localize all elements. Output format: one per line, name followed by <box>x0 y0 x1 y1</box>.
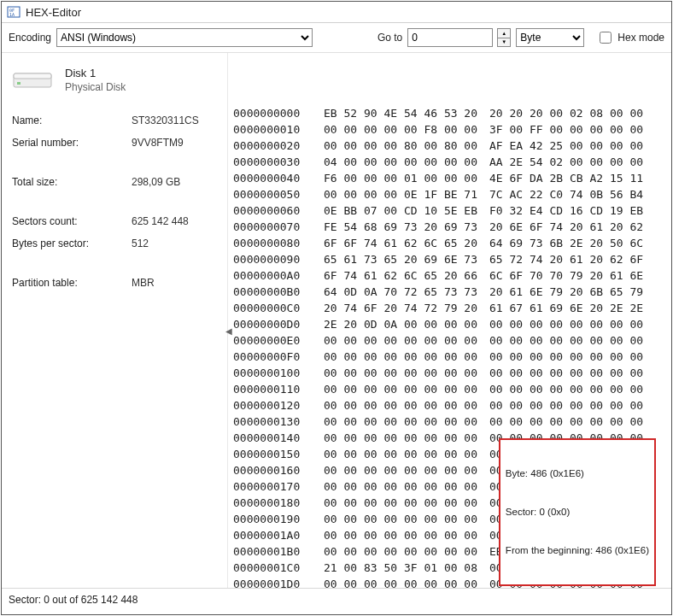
hex-offset: 0000000030 <box>233 154 312 170</box>
hex-offset: 00000000E0 <box>233 332 312 349</box>
goto-input[interactable] <box>407 28 493 47</box>
hex-bytes-right[interactable]: AA 2E 54 02 00 00 00 00 <box>489 154 643 170</box>
hex-bytes-left[interactable]: 00 00 00 00 00 00 00 00 <box>324 365 477 381</box>
hexmode-label: Hex mode <box>617 32 664 44</box>
hexmode-toggle[interactable]: Hex mode <box>596 29 664 46</box>
hex-bytes-right[interactable]: 20 6E 6F 74 20 61 20 62 <box>489 219 643 235</box>
goto-spinner[interactable]: ▲ ▼ <box>497 28 511 47</box>
encoding-select[interactable]: ANSI (Windows) <box>56 28 313 47</box>
hex-bytes-right[interactable]: 20 61 6E 79 20 6B 65 79 <box>489 284 643 300</box>
hex-bytes-right[interactable]: 7C AC 22 C0 74 0B 56 B4 <box>489 186 643 202</box>
hex-row[interactable]: 0000000000EB 52 90 4E 54 46 53 2020 20 2… <box>233 105 666 121</box>
goto-step-up[interactable]: ▲ <box>498 29 510 38</box>
hex-offset: 0000000100 <box>233 365 312 381</box>
hex-bytes-left[interactable]: 00 00 00 00 0E 1F BE 71 <box>324 186 477 202</box>
hex-row[interactable]: 00000000D02E 20 0D 0A 00 00 00 0000 00 0… <box>233 316 666 332</box>
goto-unit-select[interactable]: Byte <box>516 28 584 47</box>
hex-bytes-right[interactable]: 20 20 20 00 02 08 00 00 <box>489 105 643 121</box>
hex-row[interactable]: 000000009065 61 73 65 20 69 6E 7365 72 7… <box>233 251 666 267</box>
window-title: HEX-Editor <box>26 6 81 19</box>
hex-bytes-right[interactable]: 00 00 00 00 00 00 00 00 <box>489 414 643 430</box>
hex-bytes-left[interactable]: 00 00 00 00 00 00 00 00 <box>324 381 477 397</box>
hex-bytes-left[interactable]: 00 00 00 00 00 00 00 00 <box>324 478 477 495</box>
hex-row[interactable]: 00000000806F 6F 74 61 62 6C 65 2064 69 7… <box>233 235 666 251</box>
hex-bytes-left[interactable]: 00 00 00 00 00 00 00 00 <box>324 397 477 414</box>
hex-bytes-right[interactable]: 00 00 00 00 00 00 00 00 <box>489 349 643 365</box>
hex-bytes-left[interactable]: 00 00 00 00 00 00 00 00 <box>324 543 477 560</box>
hex-bytes-left[interactable]: 64 0D 0A 70 72 65 73 73 <box>324 284 477 300</box>
hex-offset: 0000000010 <box>233 121 312 138</box>
kv-name: Name: ST3320311CS <box>9 110 220 131</box>
hex-row[interactable]: 000000002000 00 00 00 80 00 80 00AF EA 4… <box>233 138 666 154</box>
hex-row[interactable]: 0000000070FE 54 68 69 73 20 69 7320 6E 6… <box>233 219 666 235</box>
goto-step-down[interactable]: ▼ <box>498 38 510 47</box>
hex-bytes-left[interactable]: EB 52 90 4E 54 46 53 20 <box>324 105 477 121</box>
hex-bytes-left[interactable]: 65 61 73 65 20 69 6E 73 <box>324 251 477 267</box>
hex-bytes-left[interactable]: 00 00 00 00 00 00 00 00 <box>324 430 477 446</box>
hex-bytes-left[interactable]: 6F 6F 74 61 62 6C 65 20 <box>324 235 477 251</box>
hex-offset: 0000000070 <box>233 219 312 235</box>
hex-bytes-left[interactable]: 04 00 00 00 00 00 00 00 <box>324 154 477 170</box>
hex-bytes-right[interactable]: 3F 00 FF 00 00 00 00 00 <box>489 121 643 138</box>
hex-bytes-left[interactable]: 6F 74 61 62 6C 65 20 66 <box>324 267 477 284</box>
hex-bytes-right[interactable]: 00 00 00 00 00 00 00 00 <box>489 397 643 414</box>
hex-row[interactable]: 000000013000 00 00 00 00 00 00 0000 00 0… <box>233 414 666 430</box>
hexmode-checkbox[interactable] <box>600 32 612 44</box>
body: Disk 1 Physical Disk Name: ST3320311CS S… <box>2 53 671 588</box>
hex-row[interactable]: 00000000C020 74 6F 20 74 72 79 2061 67 6… <box>233 300 666 316</box>
hex-bytes-left[interactable]: 00 00 00 00 00 00 00 00 <box>324 446 477 462</box>
svg-rect-4 <box>14 73 51 79</box>
hex-row[interactable]: 000000011000 00 00 00 00 00 00 0000 00 0… <box>233 381 666 397</box>
status-sector: Sector: 0 out of 625 142 448 <box>9 594 138 606</box>
hex-offset: 0000000180 <box>233 495 312 511</box>
hex-bytes-right[interactable]: 65 72 74 20 61 20 62 6F <box>489 251 643 267</box>
hex-bytes-left[interactable]: 00 00 00 00 00 00 00 00 <box>324 495 477 511</box>
hex-bytes-left[interactable]: FE 54 68 69 73 20 69 73 <box>324 219 477 235</box>
hex-bytes-right[interactable]: 00 00 00 00 00 00 00 00 <box>489 365 643 381</box>
hex-bytes-left[interactable]: 0E BB 07 00 CD 10 5E EB <box>324 202 477 219</box>
hex-row[interactable]: 000000003004 00 00 00 00 00 00 00AA 2E 5… <box>233 154 666 170</box>
hex-bytes-left[interactable]: 21 00 83 50 3F 01 00 08 <box>324 560 477 576</box>
hex-row[interactable]: 000000005000 00 00 00 0E 1F BE 717C AC 2… <box>233 186 666 202</box>
hex-row[interactable]: 000000010000 00 00 00 00 00 00 0000 00 0… <box>233 365 666 381</box>
hex-row[interactable]: 0000000040F6 00 00 00 01 00 00 004E 6F D… <box>233 170 666 186</box>
hex-bytes-right[interactable]: 6C 6F 70 70 79 20 61 6E <box>489 267 643 284</box>
hex-pane[interactable]: 0000000000EB 52 90 4E 54 46 53 2020 20 2… <box>228 53 671 588</box>
hex-offset: 0000000150 <box>233 446 312 462</box>
hex-bytes-left[interactable]: 00 00 00 00 00 00 00 00 <box>324 462 477 478</box>
hex-bytes-left[interactable]: 00 00 00 00 00 00 00 00 <box>324 332 477 349</box>
hex-row[interactable]: 00000000E000 00 00 00 00 00 00 0000 00 0… <box>233 332 666 349</box>
hex-row[interactable]: 000000001000 00 00 00 00 F8 00 003F 00 F… <box>233 121 666 138</box>
hex-bytes-right[interactable]: 00 00 00 00 00 00 00 00 <box>489 381 643 397</box>
hex-bytes-left[interactable]: 00 00 00 00 00 00 00 00 <box>324 527 477 543</box>
hex-offset: 0000000020 <box>233 138 312 154</box>
hex-bytes-left[interactable]: 00 00 00 00 00 00 00 00 <box>324 414 477 430</box>
hex-bytes-right[interactable]: 00 00 00 00 00 00 00 00 <box>489 316 643 332</box>
hex-offset: 0000000090 <box>233 251 312 267</box>
hex-bytes-left[interactable]: 00 00 00 00 80 00 80 00 <box>324 138 477 154</box>
hex-bytes-left[interactable]: F6 00 00 00 01 00 00 00 <box>324 170 477 186</box>
hex-row[interactable]: 00000000A06F 74 61 62 6C 65 20 666C 6F 7… <box>233 267 666 284</box>
hex-bytes-left[interactable]: 20 74 6F 20 74 72 79 20 <box>324 300 477 316</box>
hex-row[interactable]: 000000012000 00 00 00 00 00 00 0000 00 0… <box>233 397 666 414</box>
goto-label: Go to <box>377 32 402 44</box>
hex-bytes-right[interactable]: F0 32 E4 CD 16 CD 19 EB <box>489 202 643 219</box>
hex-offset: 00000000F0 <box>233 349 312 365</box>
hex-bytes-left[interactable]: 00 00 00 00 00 00 00 00 <box>324 511 477 527</box>
hex-row[interactable]: 00000000F000 00 00 00 00 00 00 0000 00 0… <box>233 349 666 365</box>
hex-bytes-left[interactable]: 00 00 00 00 00 F8 00 00 <box>324 121 477 138</box>
hex-row[interactable]: 00000000B064 0D 0A 70 72 65 73 7320 61 6… <box>233 284 666 300</box>
hex-bytes-left[interactable]: 00 00 00 00 00 00 00 00 <box>324 349 477 365</box>
hex-offset: 00000000A0 <box>233 267 312 284</box>
hex-bytes-right[interactable]: 4E 6F DA 2B CB A2 15 11 <box>489 170 643 186</box>
hex-offset: 00000000C0 <box>233 300 312 316</box>
hex-bytes-right[interactable]: 00 00 00 00 00 00 00 00 <box>489 332 643 349</box>
hex-bytes-right[interactable]: 61 67 61 69 6E 20 2E 2E <box>489 300 643 316</box>
hex-bytes-right[interactable]: AF EA 42 25 00 00 00 00 <box>489 138 643 154</box>
encoding-label: Encoding <box>9 32 51 44</box>
hex-bytes-right[interactable]: 64 69 73 6B 2E 20 50 6C <box>489 235 643 251</box>
hex-bytes-left[interactable]: 00 00 00 00 00 00 00 00 <box>324 576 477 588</box>
hex-row[interactable]: 00000000600E BB 07 00 CD 10 5E EBF0 32 E… <box>233 202 666 219</box>
hex-bytes-left[interactable]: 2E 20 0D 0A 00 00 00 00 <box>324 316 477 332</box>
app-icon: 0F 1A <box>7 5 20 19</box>
